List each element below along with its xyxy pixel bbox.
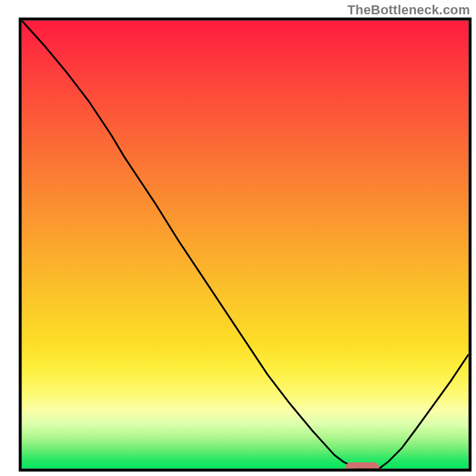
plot-background-gradient	[22, 21, 469, 469]
chart-container: TheBottleneck.com	[0, 0, 476, 476]
bottleneck-chart	[0, 0, 476, 476]
